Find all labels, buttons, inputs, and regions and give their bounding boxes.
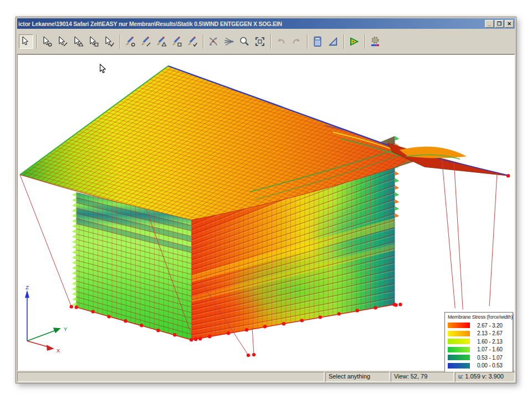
toolbar-view-direction-button[interactable]: [222, 34, 236, 49]
legend-range: 2.67 - 3.20: [477, 323, 503, 329]
toolbar-redo-button[interactable]: [289, 34, 304, 49]
draw-triangle-icon: [155, 35, 167, 48]
window-controls: _ ❐ ✕: [485, 20, 515, 28]
model-viewport-canvas[interactable]: ZYX: [18, 55, 514, 370]
orbit-view-icon: [207, 35, 219, 48]
toolbar: [17, 29, 515, 54]
legend-swatch: [448, 355, 470, 360]
toolbar-calculator-button[interactable]: [310, 34, 325, 49]
view-direction-icon: [223, 35, 235, 48]
redo-icon: [290, 35, 303, 48]
toolbar-select-arrow-button[interactable]: [19, 34, 33, 49]
toolbar-draw-line-button[interactable]: [139, 34, 153, 49]
status-view-angle: View: 52, 79: [391, 372, 454, 382]
legend-range: 2.13 - 2.67: [477, 330, 503, 336]
calculator-icon: [311, 35, 324, 48]
toolbar-separator: [203, 34, 204, 49]
legend-row: 2.67 - 3.20: [448, 321, 510, 330]
toolbar-select-point-button[interactable]: [40, 34, 54, 49]
restore-button[interactable]: ❐: [495, 20, 504, 28]
toolbar-separator: [120, 34, 121, 49]
toolbar-results-display-button[interactable]: [347, 34, 361, 49]
toolbar-orbit-view-button[interactable]: [206, 34, 221, 49]
legend-row: 1.07 - 1.60: [448, 346, 510, 354]
desktop: ictor Lekanne\19014 Safari Zelt\EASY nur…: [0, 0, 532, 399]
toolbar-draw-point-button[interactable]: [123, 34, 137, 49]
toolbar-separator: [344, 34, 345, 49]
toolbar-measure-button[interactable]: [326, 34, 340, 49]
axis-y-label: Y: [64, 326, 68, 332]
toolbar-separator: [37, 34, 38, 49]
mouse-cursor-icon: [100, 64, 106, 73]
legend-swatch: [448, 323, 470, 328]
results-display-icon: [348, 35, 360, 48]
select-any-icon: [103, 35, 115, 48]
axis-x-label: X: [57, 347, 60, 354]
legend-range: 1.07 - 1.60: [477, 346, 503, 352]
legend-swatch: [448, 339, 470, 344]
window-title: ictor Lekanne\19014 Safari Zelt\EASY nur…: [18, 21, 282, 27]
close-button[interactable]: ✕: [505, 20, 514, 28]
toolbar-select-any-button[interactable]: [102, 34, 116, 49]
settings-icon: [369, 35, 381, 48]
toolbar-separator: [270, 34, 272, 49]
legend-title: Membrane Stress (force/width): [448, 314, 510, 320]
legend-swatch: [448, 347, 470, 352]
legend-rows: 2.67 - 3.202.13 - 2.671.60 - 2.131.07 - …: [448, 321, 510, 370]
legend-swatch: [448, 331, 470, 336]
legend-range: 1.60 - 2.13: [477, 339, 503, 345]
select-arrow-icon: [20, 35, 32, 48]
toolbar-zoom-button[interactable]: [237, 34, 252, 49]
legend-row: 0.53 - 1.07: [448, 354, 510, 362]
statusbar: Select anything View: 52, 79 u: 1.059 v:…: [17, 372, 515, 382]
legend-row: 2.13 - 2.67: [448, 330, 510, 338]
toolbar-zoom-fit-button[interactable]: [253, 34, 267, 49]
toolbar-select-quad-button[interactable]: [86, 34, 101, 49]
axis-z-label: Z: [25, 284, 29, 290]
toolbar-draw-quad-button[interactable]: [170, 34, 184, 49]
select-point-icon: [41, 35, 53, 48]
legend-range: 0.53 - 1.07: [477, 355, 503, 361]
status-uv-scale: u: 1.059 v: 3.900: [455, 372, 515, 382]
toolbar-select-triangle-button[interactable]: [71, 34, 85, 49]
legend-row: 0.00 - 0.53: [448, 362, 510, 370]
toolbar-select-line-button[interactable]: [55, 34, 70, 49]
viewport[interactable]: ZYX Membrane Stress (force/width) 2.67 -…: [17, 54, 515, 371]
toolbar-undo-button[interactable]: [274, 34, 288, 49]
undo-icon: [275, 35, 287, 48]
minimize-button[interactable]: _: [485, 20, 494, 28]
measure-icon: [327, 35, 339, 48]
stress-legend: Membrane Stress (force/width) 2.67 - 3.2…: [444, 312, 513, 372]
draw-quad-icon: [171, 35, 183, 48]
draw-line-icon: [140, 35, 152, 48]
legend-swatch: [448, 363, 470, 369]
draw-any-icon: [186, 35, 198, 48]
status-filler: [17, 372, 324, 382]
app-window: ictor Lekanne\19014 Safari Zelt\EASY nur…: [16, 17, 516, 383]
select-quad-icon: [88, 35, 100, 48]
select-triangle-icon: [72, 35, 84, 48]
toolbar-separator: [307, 34, 308, 49]
select-line-icon: [57, 35, 69, 48]
zoom-fit-icon: [254, 35, 266, 48]
toolbar-draw-triangle-button[interactable]: [154, 34, 168, 49]
toolbar-draw-any-button[interactable]: [185, 34, 200, 49]
window-titlebar[interactable]: ictor Lekanne\19014 Safari Zelt\EASY nur…: [17, 18, 515, 29]
toolbar-separator: [365, 34, 366, 49]
zoom-icon: [238, 35, 250, 48]
legend-row: 1.60 - 2.13: [448, 337, 510, 346]
toolbar-settings-button[interactable]: [368, 34, 382, 49]
draw-point-icon: [124, 35, 136, 48]
orientation-axes: ZYX: [25, 284, 68, 354]
status-message: Select anything: [325, 372, 390, 382]
legend-range: 0.00 - 0.53: [477, 362, 503, 369]
